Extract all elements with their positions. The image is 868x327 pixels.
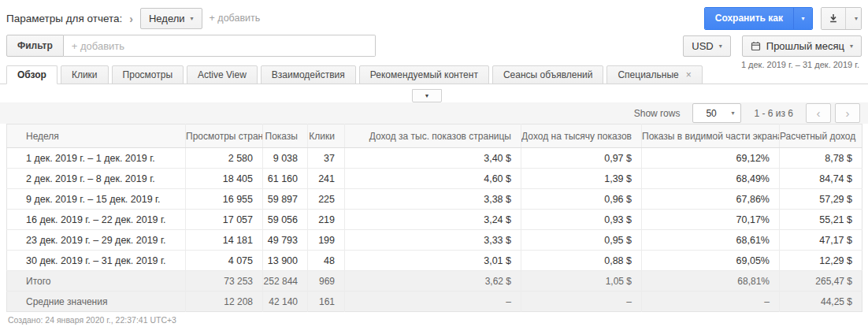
tab-ad-sessions[interactable]: Сеансы объявлений (492, 65, 604, 84)
tab-label: Рекомендуемый контент (370, 69, 478, 80)
cell-week: 2 дек. 2019 г. – 8 дек. 2019 г. (7, 169, 186, 189)
cell-viewability: 69,12% (642, 148, 780, 169)
cell-pageviews: 14 181 (186, 230, 263, 251)
download-split-button: ▾ (821, 7, 862, 30)
cell-impression-rpm: 0,93 $ (521, 210, 642, 230)
cell-viewability: 69,05% (642, 251, 780, 271)
average-page-rpm: – (345, 292, 521, 312)
cell-week: 16 дек. 2019 г. – 22 дек. 2019 г. (7, 210, 186, 230)
filter-label: Фильтр (6, 35, 64, 57)
cell-pageviews: 16 955 (186, 189, 263, 210)
cell-impression-rpm: 0,96 $ (521, 189, 642, 210)
cell-clicks: 241 (308, 169, 345, 189)
breadcrumb-chevron-icon: › (129, 11, 133, 25)
filter-input[interactable] (64, 35, 376, 57)
cell-viewability: 67,86% (642, 189, 780, 210)
tab-label: Взаимодействия (272, 69, 345, 80)
rows-per-page-value: 50 (706, 108, 716, 119)
cell-page-rpm: 3,33 $ (345, 230, 521, 251)
tab-views[interactable]: Просмотры (112, 65, 184, 84)
table-row: 9 дек. 2019 г. – 15 дек. 2019 г. 16 955 … (7, 189, 862, 210)
download-button[interactable] (822, 8, 845, 29)
prev-page-button[interactable]: ‹ (806, 103, 831, 123)
column-header-page-rpm[interactable]: Доход за тыс. показов страницы (345, 124, 521, 148)
table-row: 1 дек. 2019 г. – 1 дек. 2019 г. 2 580 9 … (7, 148, 862, 169)
column-header-clicks[interactable]: Клики (308, 124, 345, 148)
total-label: Итого (7, 271, 186, 292)
cell-impressions: 13 900 (263, 251, 308, 271)
cell-pageviews: 18 405 (186, 169, 263, 189)
date-range-dropdown-label: Прошлый месяц (766, 40, 844, 52)
caret-down-icon: ▾ (801, 15, 804, 22)
total-page-rpm: 3,62 $ (345, 271, 521, 292)
tab-interactions[interactable]: Взаимодействия (261, 65, 356, 84)
add-dimension-link[interactable]: + добавить (210, 13, 261, 24)
cell-impressions: 49 793 (263, 230, 308, 251)
column-header-impressions[interactable]: Показы (263, 124, 308, 148)
cell-page-rpm: 3,24 $ (345, 210, 521, 230)
tab-overview[interactable]: Обзор (6, 65, 57, 84)
cell-page-rpm: 4,60 $ (345, 169, 521, 189)
average-impression-rpm: – (521, 292, 642, 312)
average-clicks: 161 (308, 292, 345, 312)
currency-dropdown[interactable]: USD ▾ (683, 35, 730, 57)
cell-page-rpm: 3,38 $ (345, 189, 521, 210)
collapse-chart-button[interactable]: ▼ (412, 89, 442, 102)
cell-impression-rpm: 0,95 $ (521, 230, 642, 251)
column-header-estimated-revenue[interactable]: Расчетный доход (780, 124, 862, 148)
tab-label: Сеансы объявлений (503, 69, 593, 80)
save-as-button[interactable]: Сохранить как (705, 8, 793, 29)
total-estimated-revenue: 265,47 $ (780, 271, 862, 292)
tab-active-view[interactable]: Active View (187, 65, 258, 84)
save-as-caret-button[interactable]: ▾ (793, 8, 812, 29)
cell-week: 30 дек. 2019 г. – 31 дек. 2019 г. (7, 251, 186, 271)
cell-impressions: 59 897 (263, 189, 308, 210)
average-label: Средние значения (7, 292, 186, 312)
cell-estimated-revenue: 84,74 $ (780, 169, 862, 189)
tab-label: Обзор (17, 69, 46, 80)
column-header-week[interactable]: Неделя (7, 124, 186, 148)
column-header-viewability[interactable]: Показы в видимой части экрана (642, 124, 780, 148)
chevron-left-icon: ‹ (817, 106, 821, 120)
caret-down-icon: ▾ (731, 110, 734, 117)
table-toolbar: Show rows 50 ▾ 1 - 6 из 6 ‹ › (0, 102, 868, 124)
total-pageviews: 73 253 (186, 271, 263, 292)
tab-recommended-content[interactable]: Рекомендуемый контент (359, 65, 489, 84)
cell-estimated-revenue: 57,29 $ (780, 189, 862, 210)
tab-custom[interactable]: Специальные × (606, 65, 702, 84)
column-header-impression-rpm[interactable]: Доход на тысячу показов (521, 124, 642, 148)
cell-pageviews: 17 057 (186, 210, 263, 230)
caret-down-icon: ▾ (855, 15, 858, 22)
total-impressions: 252 844 (263, 271, 308, 292)
average-pageviews: 12 208 (186, 292, 263, 312)
dimension-dropdown[interactable]: Недели ▾ (140, 8, 202, 29)
rows-per-page-dropdown[interactable]: 50 ▾ (692, 103, 741, 123)
download-caret-button[interactable]: ▾ (845, 8, 861, 29)
tab-clicks[interactable]: Клики (61, 65, 109, 84)
cell-viewability: 68,49% (642, 169, 780, 189)
show-rows-label: Show rows (634, 108, 681, 119)
cell-impression-rpm: 0,88 $ (521, 251, 642, 271)
average-viewability: – (642, 292, 780, 312)
total-viewability: 68,81% (642, 271, 780, 292)
average-row: Средние значения 12 208 42 140 161 – – –… (7, 292, 862, 312)
cell-pageviews: 2 580 (186, 148, 263, 169)
caret-down-icon: ▾ (719, 43, 722, 50)
cell-estimated-revenue: 47,17 $ (780, 230, 862, 251)
created-timestamp: Создано: 24 января 2020 г., 22:37:41 UTC… (8, 315, 176, 325)
cell-clicks: 48 (308, 251, 345, 271)
cell-week: 1 дек. 2019 г. – 1 дек. 2019 г. (7, 148, 186, 169)
next-page-button[interactable]: › (835, 103, 860, 123)
table-row: 2 дек. 2019 г. – 8 дек. 2019 г. 18 405 6… (7, 169, 862, 189)
tab-label: Active View (198, 69, 247, 80)
report-params-label: Параметры для отчета: (6, 13, 122, 24)
download-icon (828, 13, 839, 24)
column-header-pageviews[interactable]: Просмотры страниц (186, 124, 263, 148)
collapse-arrow-icon: ▼ (425, 93, 430, 98)
close-icon[interactable]: × (686, 70, 692, 80)
tab-label: Просмотры (123, 69, 172, 80)
cell-clicks: 199 (308, 230, 345, 251)
date-range-dropdown[interactable]: Прошлый месяц ▾ (742, 35, 862, 57)
caret-down-icon: ▾ (850, 43, 853, 50)
cell-impressions: 61 160 (263, 169, 308, 189)
